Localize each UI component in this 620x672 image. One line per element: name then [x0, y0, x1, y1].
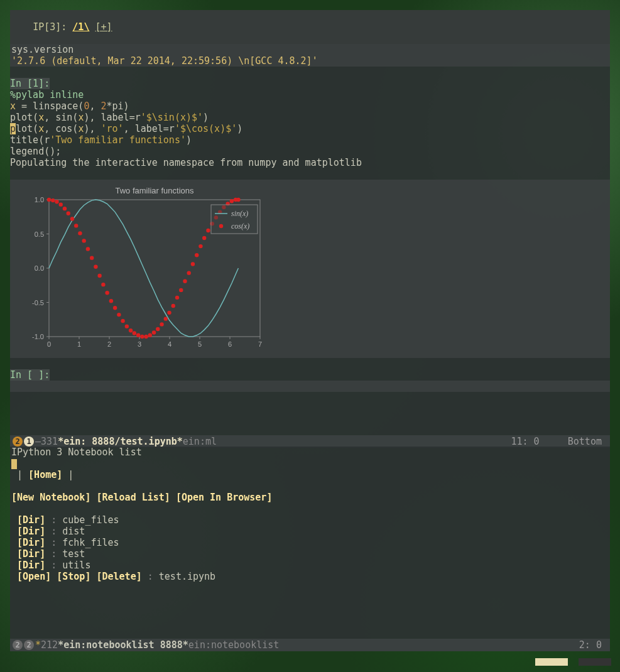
svg-point-37	[82, 239, 85, 242]
svg-text:1.0: 1.0	[35, 196, 44, 203]
svg-point-34	[70, 217, 74, 220]
svg-text:-0.5: -0.5	[32, 299, 44, 306]
svg-point-44	[109, 299, 113, 303]
svg-point-41	[97, 274, 101, 278]
svg-point-51	[136, 333, 140, 337]
svg-point-58	[164, 317, 168, 320]
svg-point-31	[59, 202, 63, 206]
cell-1-stdout: Populating the interactive namespace fro…	[10, 157, 610, 168]
svg-point-29	[51, 198, 55, 202]
dock-icon[interactable]	[579, 658, 611, 666]
modeline-bottom: 2 2 * 212 *ein:notebooklist 8888* ein:no…	[10, 639, 610, 651]
svg-point-69	[206, 229, 210, 232]
dir-name[interactable]: cube_files	[62, 514, 119, 526]
svg-point-43	[105, 291, 109, 295]
svg-point-42	[101, 283, 105, 286]
output-line: '2.7.6 (default, Mar 22 2014, 22:59:56) …	[11, 55, 609, 67]
text-cursor: p	[10, 123, 16, 134]
nblist-actions: [New Notebook] [Reload List] [Open In Br…	[11, 492, 609, 503]
file-row: [Open] [Stop] [Delete] : test.ipynb	[11, 571, 609, 582]
reload-list-button[interactable]: [Reload List]	[96, 492, 170, 503]
notebooklist-panel: IPython 3 Notebook list | [Home] | [New …	[10, 447, 610, 651]
cell-1-code[interactable]: %pylab inline x = linspace(0, 2*pi) plot…	[10, 89, 610, 157]
badge-buffer: 2	[24, 640, 34, 650]
svg-text:0: 0	[47, 340, 51, 348]
svg-text:5: 5	[198, 340, 202, 348]
empty-cell[interactable]	[10, 381, 610, 392]
svg-text:1: 1	[77, 340, 81, 348]
prompt-in-1: In [1]:	[10, 78, 610, 89]
code-line: title(r'Two familiar functions')	[10, 134, 610, 146]
svg-point-52	[140, 335, 144, 339]
svg-point-39	[90, 256, 94, 259]
dir-row: [Dir] : cube_files	[11, 514, 609, 526]
modeline-top: 2 1 — 331 *ein: 8888/test.ipynb* ein:ml …	[10, 435, 610, 448]
scroll-location: Bottom	[568, 436, 602, 447]
open-in-browser-button[interactable]: [Open In Browser]	[176, 492, 273, 503]
svg-point-63	[183, 279, 187, 283]
cursor-position: 2: 0	[579, 639, 602, 651]
code-line: legend();	[10, 146, 610, 157]
output-line: sys.version	[11, 44, 609, 55]
svg-point-45	[113, 306, 117, 310]
dir-row: [Dir] : utils	[11, 560, 609, 571]
svg-point-47	[121, 319, 124, 323]
svg-point-55	[152, 330, 156, 334]
file-name[interactable]: test.ipynb	[159, 571, 215, 582]
dir-name[interactable]: dist	[62, 526, 85, 537]
svg-point-60	[171, 304, 175, 308]
text-cursor	[11, 459, 17, 469]
two-functions-plot: Two familiar functions01234567-1.0-0.50.…	[21, 185, 266, 353]
dir-name[interactable]: utils	[62, 560, 90, 571]
home-link[interactable]: [Home]	[28, 469, 62, 480]
dir-link[interactable]: [Dir]	[17, 514, 45, 526]
delete-button[interactable]: [Delete]	[96, 571, 141, 582]
code-line: x = linspace(0, 2*pi)	[10, 100, 610, 112]
svg-text:0.5: 0.5	[35, 230, 44, 238]
svg-text:6: 6	[228, 340, 232, 348]
dock-icons	[530, 657, 611, 668]
svg-point-33	[67, 212, 70, 215]
dir-link[interactable]: [Dir]	[17, 537, 45, 548]
svg-point-35	[74, 224, 78, 227]
open-button[interactable]: [Open]	[17, 571, 51, 582]
badge-window: 2	[13, 436, 23, 447]
svg-point-77	[236, 198, 240, 202]
dock-icon[interactable]	[535, 658, 568, 666]
svg-point-50	[133, 331, 136, 335]
nblist-breadcrumb: | [Home] |	[11, 469, 609, 480]
nblist-header: IPython 3 Notebook list	[11, 447, 609, 458]
dir-name[interactable]: fchk_files	[62, 537, 119, 548]
svg-point-81	[219, 224, 223, 228]
tab-prefix: IP[3]:	[33, 21, 72, 33]
code-line: plot(x, sin(x), label=r'$\sin(x)$')	[10, 112, 610, 123]
cell-0-output: sys.version '2.7.6 (default, Mar 22 2014…	[10, 44, 610, 67]
tab-active[interactable]: /1\	[72, 21, 89, 33]
stop-button[interactable]: [Stop]	[57, 571, 90, 582]
svg-text:-1.0: -1.0	[32, 333, 44, 340]
dir-name[interactable]: test	[62, 548, 85, 560]
svg-point-32	[63, 207, 67, 210]
new-notebook-button[interactable]: [New Notebook]	[11, 492, 90, 503]
code-line: plot(x, cos(x), 'ro', label=r'$\cos(x)$'…	[10, 123, 610, 134]
dir-link[interactable]: [Dir]	[17, 526, 45, 537]
svg-point-40	[94, 265, 97, 269]
dir-link[interactable]: [Dir]	[17, 560, 45, 571]
svg-point-48	[125, 324, 129, 328]
dir-link[interactable]: [Dir]	[17, 548, 45, 560]
buffer-name: *ein: 8888/test.ipynb*	[58, 436, 183, 447]
chart-output: Two familiar functions01234567-1.0-0.50.…	[10, 180, 610, 358]
svg-text:2: 2	[107, 340, 111, 348]
tab-add[interactable]: [+]	[95, 21, 112, 33]
dir-row: [Dir] : test	[11, 548, 609, 560]
svg-text:Two familiar functions: Two familiar functions	[116, 186, 194, 195]
buffer-name: *ein:notebooklist 8888*	[58, 639, 188, 651]
tab-bar: IP[3]: /1\ [+]	[10, 10, 610, 44]
svg-point-56	[156, 327, 160, 331]
svg-point-68	[202, 236, 206, 240]
svg-point-46	[117, 313, 121, 317]
cursor-position: 11: 0	[511, 436, 539, 447]
svg-point-28	[47, 198, 51, 202]
major-mode: ein:ml	[183, 436, 217, 447]
badge-window: 2	[13, 640, 23, 650]
